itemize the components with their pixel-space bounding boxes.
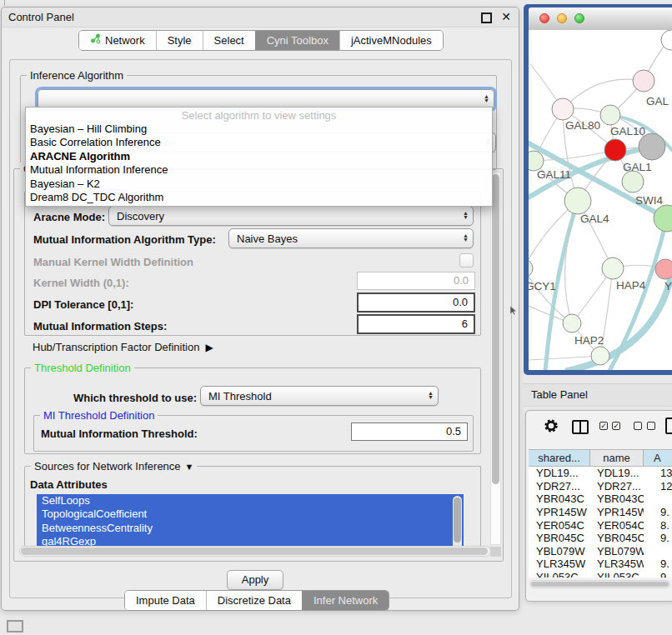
table-panel-title: Table Panel (531, 388, 672, 401)
table-row[interactable]: YIL053CYIL053C9 (529, 571, 672, 578)
network-node[interactable] (529, 259, 533, 278)
network-node[interactable] (622, 171, 644, 192)
tab-select[interactable]: Select (203, 31, 255, 50)
network-node[interactable] (552, 98, 574, 120)
table-cell: 12 (644, 480, 672, 492)
inference-algorithm-group-title: Inference Algorithm (27, 69, 127, 82)
tab-impute-data[interactable]: Impute Data (125, 591, 206, 610)
close-icon[interactable]: ✕ (501, 10, 511, 23)
mi-algorithm-type-value: Naive Bayes (237, 232, 298, 245)
tab-style[interactable]: Style (156, 31, 203, 50)
algorithm-option-basic-correlation-inference[interactable]: Basic Correlation Inference (26, 136, 492, 149)
mi-threshold-definition-title: MI Threshold Definition (40, 409, 158, 422)
network-node[interactable] (602, 258, 624, 279)
mi-algorithm-type-combo[interactable]: Naive Bayes ▲ ▼ (228, 228, 474, 248)
settings-vertical-scrollbar[interactable] (490, 172, 501, 545)
node-label-y: Y (664, 280, 672, 292)
network-window-titlebar[interactable] (529, 8, 672, 31)
which-threshold-combo[interactable]: MI Threshold ▲ ▼ (200, 386, 439, 406)
network-edge[interactable] (529, 356, 600, 360)
data-attribute-betweennesscentrality[interactable]: BetweennessCentrality (37, 522, 464, 535)
scrollbar-thumb[interactable] (492, 174, 499, 484)
algorithm-option-aracne-algorithm[interactable]: ARACNE Algorithm (26, 150, 492, 163)
new-table-icon[interactable] (665, 418, 672, 434)
network-node[interactable] (591, 347, 609, 365)
scrollbar-thumb[interactable] (531, 582, 669, 587)
sources-network-inference-title[interactable]: Sources for Network Inference▼ (31, 460, 197, 472)
cyni-toolbox-panel: Inference Algorithm ▲ ▼ galFiltered sif … (9, 59, 512, 598)
network-node[interactable] (604, 139, 626, 161)
network-node[interactable] (564, 188, 591, 214)
table-row[interactable]: YBR045CYBR045C9. (529, 532, 672, 545)
tab-jactivemnodules[interactable]: jActiveMNodules (339, 31, 443, 50)
algorithm-option-bayesian-hill-climbing[interactable]: Bayesian – Hill Climbing (26, 122, 492, 136)
tab-discretize-data[interactable]: Discretize Data (206, 591, 302, 610)
checked-checkbox-icon[interactable]: ✓ (612, 422, 620, 430)
scrollbar-corner (490, 547, 501, 557)
network-node[interactable] (633, 70, 654, 92)
scrollbar-thumb[interactable] (454, 498, 461, 542)
dpi-tolerance-field[interactable]: 0.0 (357, 292, 475, 312)
network-node[interactable] (661, 30, 672, 50)
tab-label: Network (105, 32, 145, 50)
minimize-traffic-light-icon[interactable] (557, 13, 567, 23)
tab-network[interactable]: Network (79, 31, 156, 50)
chevron-down-icon: ▼ (185, 462, 194, 472)
close-traffic-light-icon[interactable] (539, 13, 549, 23)
data-attributes-label: Data Attributes (30, 478, 108, 491)
mi-threshold-definition-group: MI Threshold Definition Mutual Informati… (33, 415, 474, 452)
algorithm-option-bayesian-k2[interactable]: Bayesian – K2 (26, 178, 492, 191)
tab-cyni-toolbox[interactable]: Cyni Toolbox (255, 31, 339, 50)
network-node[interactable] (600, 105, 620, 125)
network-node[interactable] (654, 205, 672, 232)
gear-icon[interactable] (544, 418, 559, 437)
hub-transcription-factor-label: Hub/Transcription Factor Definition (33, 341, 199, 353)
apply-button[interactable]: Apply (227, 570, 283, 590)
column-header-shared[interactable]: shared... (529, 450, 590, 466)
threshold-definition-group: Threshold Definition Which threshold to … (24, 368, 481, 454)
aracne-mode-combo[interactable]: Discovery ▲ ▼ (108, 206, 474, 226)
data-attribute-topologicalcoefficient[interactable]: TopologicalCoefficient (37, 508, 464, 521)
table-rows: YDL19...YDL19...13YDR27...YDR27...12YBR0… (529, 467, 672, 578)
algorithm-option-mutual-information-inference[interactable]: Mutual Information Inference (26, 163, 492, 177)
table-row[interactable]: YDR27...YDR27...12 (529, 480, 672, 493)
zoom-traffic-light-icon[interactable] (574, 13, 584, 23)
kernel-width-label: Kernel Width (0,1): (33, 277, 129, 289)
mi-steps-field[interactable]: 6 (357, 314, 475, 334)
table-row[interactable]: YER054CYER054C8. (529, 518, 672, 532)
algorithm-option-dream8-dc-tdc-algorithm[interactable]: Dream8 DC_TDC Algorithm (26, 191, 492, 204)
data-attribute-selfloops[interactable]: SelfLoops (37, 494, 464, 508)
column-header-name[interactable]: name (590, 450, 644, 466)
settings-horizontal-scrollbar[interactable] (19, 546, 491, 557)
minimized-panel-icon[interactable] (7, 620, 23, 632)
combo-arrows-icon: ▲ ▼ (484, 94, 489, 102)
kernel-width-field[interactable]: 0.0 (357, 272, 475, 290)
table-cell: YPR145W (529, 506, 590, 518)
mi-threshold-field[interactable]: 0.5 (351, 422, 468, 441)
split-columns-icon[interactable] (572, 420, 589, 434)
unchecked-checkbox-icon[interactable] (634, 422, 642, 430)
network-node[interactable] (563, 314, 581, 332)
tab-infer-network[interactable]: Infer Network (302, 591, 389, 610)
table-cell: YLR345W (590, 558, 644, 570)
table-row[interactable]: YBL079WYBL079W (529, 545, 672, 558)
data-attributes-scrollbar[interactable] (453, 496, 462, 553)
scrollbar-thumb[interactable] (21, 548, 488, 555)
manual-kernel-width-checkbox[interactable] (459, 253, 474, 268)
mi-threshold-label: Mutual Information Threshold: (41, 428, 198, 440)
unchecked-checkbox-icon[interactable] (647, 422, 655, 430)
table-row[interactable]: YPR145WYPR145W9. (529, 506, 672, 519)
table-horizontal-scrollbar[interactable] (529, 580, 670, 588)
hub-transcription-factor-toggle[interactable]: Hub/Transcription Factor Definition▶ (33, 341, 213, 353)
network-canvas[interactable]: GALGAL80GAL10GAL1GAL11SWI4GAL4GCY1HAP4YH… (529, 30, 672, 370)
column-header-a[interactable]: A (644, 450, 672, 466)
table-row[interactable]: YLR345WYLR345W9. (529, 558, 672, 571)
control-panel-window: Control Panel ✕ NetworkStyleSelectCyni T… (1, 7, 519, 611)
checked-checkbox-icon[interactable]: ✓ (599, 422, 608, 430)
table-row[interactable]: YDL19...YDL19...13 (529, 467, 672, 480)
table-cell: YBL079W (590, 545, 644, 558)
float-window-icon[interactable] (481, 12, 492, 23)
table-row[interactable]: YBR043CYBR043C (529, 492, 672, 506)
network-node[interactable] (655, 259, 672, 279)
network-edge-thick[interactable] (609, 218, 667, 370)
